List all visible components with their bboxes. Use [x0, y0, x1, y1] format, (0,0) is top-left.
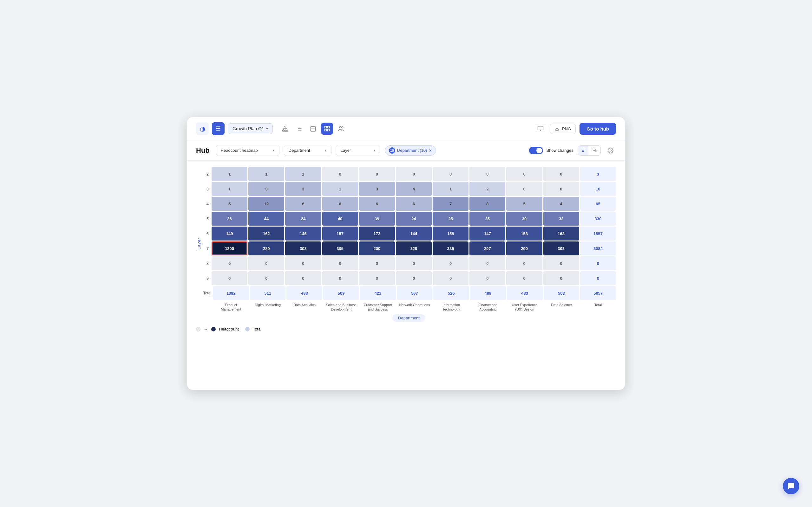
heatmap-cell[interactable]: 3: [580, 167, 616, 181]
heatmap-cell[interactable]: 0: [285, 271, 321, 285]
heatmap-cell[interactable]: 8: [469, 197, 505, 211]
heatmap-cell[interactable]: 0: [506, 271, 542, 285]
heatmap-cell[interactable]: 200: [359, 241, 395, 256]
heatmap-cell[interactable]: 158: [433, 227, 468, 240]
heatmap-cell[interactable]: 0: [322, 167, 358, 181]
list-nav-btn[interactable]: [293, 123, 305, 135]
bar-chart-nav-btn[interactable]: [321, 123, 333, 135]
heatmap-cell[interactable]: 162: [248, 227, 284, 240]
heatmap-cell[interactable]: 0: [396, 167, 432, 181]
heatmap-cell[interactable]: 335: [433, 241, 468, 256]
chat-fab-button[interactable]: [783, 478, 799, 494]
plan-dropdown[interactable]: Growth Plan Q1 ▾: [228, 123, 273, 134]
heatmap-cell[interactable]: 30: [506, 212, 542, 226]
heatmap-cell[interactable]: 3: [285, 182, 321, 196]
heatmap-cell[interactable]: 1200: [212, 241, 247, 256]
go-to-hub-button[interactable]: Go to hub: [579, 123, 616, 135]
heatmap-cell[interactable]: 0: [506, 182, 542, 196]
heatmap-cell[interactable]: 2: [469, 182, 505, 196]
heatmap-cell[interactable]: 7: [433, 197, 468, 211]
layer-dropdown[interactable]: Layer ▾: [336, 145, 380, 156]
heatmap-cell[interactable]: 4: [543, 197, 579, 211]
heatmap-cell[interactable]: 0: [580, 257, 616, 270]
heatmap-cell[interactable]: 1: [212, 182, 247, 196]
heatmap-cell[interactable]: 289: [248, 241, 284, 256]
total-cell[interactable]: 1392: [213, 286, 249, 300]
heatmap-cell[interactable]: 24: [396, 212, 432, 226]
heatmap-cell[interactable]: 0: [212, 257, 247, 270]
total-cell[interactable]: 526: [433, 286, 469, 300]
heatmap-cell[interactable]: 6: [285, 197, 321, 211]
department-filter-tag[interactable]: 10 Department (10) ✕: [385, 146, 437, 156]
heatmap-cell[interactable]: 5: [506, 197, 542, 211]
heatmap-cell[interactable]: 40: [322, 212, 358, 226]
settings-icon[interactable]: [605, 145, 616, 156]
heatmap-cell[interactable]: 24: [285, 212, 321, 226]
heatmap-cell[interactable]: 163: [543, 227, 579, 240]
total-cell[interactable]: 511: [250, 286, 286, 300]
heatmap-cell[interactable]: 0: [506, 257, 542, 270]
total-cell[interactable]: 483: [287, 286, 322, 300]
hierarchy-nav-btn[interactable]: [279, 123, 291, 135]
hash-view-btn[interactable]: #: [578, 146, 589, 155]
png-button[interactable]: .PNG: [550, 124, 576, 134]
heatmap-cell[interactable]: 25: [433, 212, 468, 226]
heatmap-cell[interactable]: 0: [322, 257, 358, 270]
heatmap-cell[interactable]: 0: [580, 271, 616, 285]
heatmap-cell[interactable]: 146: [285, 227, 321, 240]
menu-button[interactable]: ☰: [212, 122, 224, 135]
heatmap-cell[interactable]: 0: [469, 167, 505, 181]
heatmap-cell[interactable]: 33: [543, 212, 579, 226]
show-changes-toggle[interactable]: [529, 147, 543, 154]
logo-button[interactable]: ◑: [196, 122, 209, 135]
heatmap-cell[interactable]: 0: [285, 257, 321, 270]
calendar-nav-btn[interactable]: [307, 123, 319, 135]
heatmap-cell[interactable]: 18: [580, 182, 616, 196]
heatmap-cell[interactable]: 1: [248, 167, 284, 181]
department-dropdown[interactable]: Department ▾: [284, 145, 332, 156]
total-cell[interactable]: 483: [507, 286, 543, 300]
heatmap-cell[interactable]: 3084: [580, 241, 616, 256]
heatmap-cell[interactable]: 144: [396, 227, 432, 240]
heatmap-cell[interactable]: 0: [396, 257, 432, 270]
heatmap-cell[interactable]: 0: [433, 271, 468, 285]
heatmap-cell[interactable]: 1557: [580, 227, 616, 240]
heatmap-cell[interactable]: 12: [248, 197, 284, 211]
heatmap-cell[interactable]: 0: [359, 167, 395, 181]
total-cell[interactable]: 507: [397, 286, 433, 300]
heatmap-cell[interactable]: 330: [580, 212, 616, 226]
heatmap-cell[interactable]: 0: [433, 167, 468, 181]
heatmap-cell[interactable]: 6: [396, 197, 432, 211]
heatmap-cell[interactable]: 35: [469, 212, 505, 226]
heatmap-cell[interactable]: 1: [212, 167, 247, 181]
heatmap-cell[interactable]: 44: [248, 212, 284, 226]
heatmap-cell[interactable]: 0: [506, 167, 542, 181]
people-nav-btn[interactable]: [335, 123, 347, 135]
heatmap-cell[interactable]: 290: [506, 241, 542, 256]
heatmap-cell[interactable]: 0: [322, 271, 358, 285]
heatmap-cell[interactable]: 1: [285, 167, 321, 181]
heatmap-cell[interactable]: 0: [359, 257, 395, 270]
heatmap-cell[interactable]: 36: [212, 212, 247, 226]
heatmap-cell[interactable]: 303: [543, 241, 579, 256]
total-cell[interactable]: 489: [470, 286, 506, 300]
heatmap-cell[interactable]: 6: [322, 197, 358, 211]
heatmap-cell[interactable]: 3: [359, 182, 395, 196]
heatmap-cell[interactable]: 0: [433, 257, 468, 270]
heatmap-cell[interactable]: 1: [433, 182, 468, 196]
heatmap-cell[interactable]: 173: [359, 227, 395, 240]
total-cell[interactable]: 503: [544, 286, 579, 300]
percent-view-btn[interactable]: %: [589, 146, 600, 155]
heatmap-cell[interactable]: 157: [322, 227, 358, 240]
heatmap-cell[interactable]: 305: [322, 241, 358, 256]
heatmap-cell[interactable]: 158: [506, 227, 542, 240]
heatmap-cell[interactable]: 6: [359, 197, 395, 211]
total-cell[interactable]: 421: [360, 286, 396, 300]
heatmap-dropdown[interactable]: Headcount heatmap ▾: [216, 145, 280, 156]
heatmap-cell[interactable]: 0: [543, 167, 579, 181]
filter-close-icon[interactable]: ✕: [429, 148, 432, 153]
heatmap-cell[interactable]: 4: [396, 182, 432, 196]
heatmap-cell[interactable]: 39: [359, 212, 395, 226]
heatmap-cell[interactable]: 0: [543, 182, 579, 196]
heatmap-cell[interactable]: 329: [396, 241, 432, 256]
